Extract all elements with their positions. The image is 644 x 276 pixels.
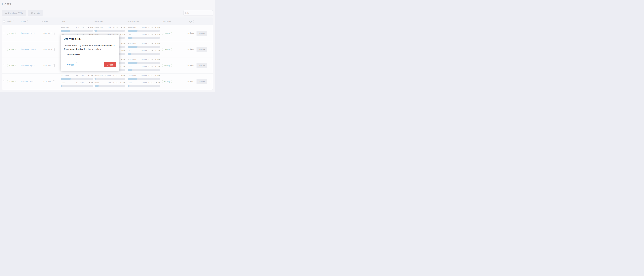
modal-title: Are you sure? <box>64 37 116 40</box>
modal-confirm-instruction: Enter harvester-5cvsk below to confirm: <box>64 48 116 50</box>
delete-button[interactable]: Delete <box>104 62 116 67</box>
modal-footer: Cancel Delete <box>64 62 116 67</box>
modal-message: You are attempting to delete the Node ha… <box>64 44 116 47</box>
node-name: harvester-5cvsk <box>99 44 115 47</box>
confirm-name-input[interactable] <box>64 52 111 57</box>
cancel-button[interactable]: Cancel <box>64 62 77 67</box>
delete-confirm-modal: Are you sure? You are attempting to dele… <box>61 35 119 71</box>
node-name: harvester-5cvsk <box>70 48 85 50</box>
